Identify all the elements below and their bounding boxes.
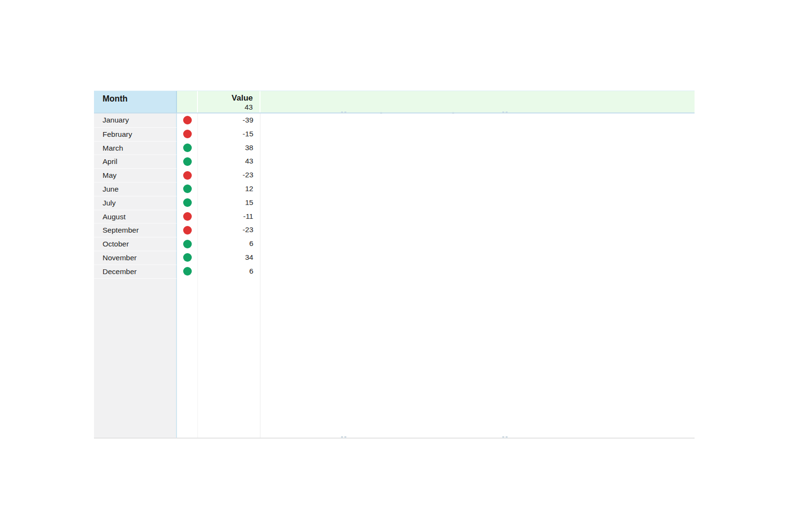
icon-cell (177, 141, 198, 155)
table-row[interactable]: May-23 (94, 168, 695, 182)
icon-cell (177, 251, 198, 265)
table-row[interactable]: February-15 (94, 127, 695, 141)
icon-cell (177, 127, 198, 141)
month-cell: February (94, 127, 177, 141)
value-cell: -23 (198, 168, 260, 182)
value-column-label: Value (198, 93, 253, 103)
value-cell: 15 (198, 196, 260, 210)
column-grip-icon (380, 112, 382, 114)
month-cell: March (94, 141, 177, 155)
icon-cell (177, 237, 198, 251)
column-grip-icon (341, 112, 343, 113)
month-column-header[interactable]: Month (94, 91, 177, 113)
month-cell: September (94, 223, 177, 237)
filler-cell (260, 182, 695, 196)
column-grip-icon (341, 436, 343, 438)
table-visual: Month Value 43 January-39February-15Marc… (94, 91, 695, 439)
month-cell: July (94, 196, 177, 210)
month-cell: April (94, 154, 177, 168)
value-cell: 12 (198, 182, 260, 196)
filler-cell (260, 210, 695, 224)
empty-rows-area (94, 278, 695, 438)
value-cell: -15 (198, 127, 260, 141)
negative-indicator-icon (183, 212, 192, 221)
table-body: January-39February-15March38April43May-2… (94, 113, 695, 438)
month-cell: December (94, 265, 177, 278)
table-row[interactable]: December6 (94, 265, 695, 278)
table-row[interactable]: April43 (94, 154, 695, 168)
value-cell: 6 (198, 237, 260, 251)
icon-cell (177, 210, 198, 224)
month-cell: June (94, 182, 177, 196)
icon-cell (177, 168, 198, 182)
filler-cell (260, 154, 695, 168)
empty-filler-column (260, 278, 695, 438)
filler-cell (260, 127, 695, 141)
positive-indicator-icon (183, 267, 192, 276)
table-row[interactable]: July15 (94, 196, 695, 210)
empty-icon-column (177, 278, 198, 438)
icon-cell (177, 154, 198, 168)
header-filler (260, 91, 695, 113)
filler-cell (260, 168, 695, 182)
month-cell: August (94, 210, 177, 224)
value-total: 43 (198, 103, 253, 112)
icon-cell (177, 196, 198, 210)
negative-indicator-icon (183, 116, 192, 124)
table-row[interactable]: January-39 (94, 113, 695, 127)
icon-cell (177, 223, 198, 237)
positive-indicator-icon (183, 157, 192, 166)
filler-cell (260, 223, 695, 237)
value-header-band: Value 43 (177, 91, 695, 113)
positive-indicator-icon (183, 240, 192, 248)
month-cell: November (94, 251, 177, 265)
value-cell: -23 (198, 223, 260, 237)
filler-cell (260, 237, 695, 251)
value-cell: -11 (198, 210, 260, 224)
negative-indicator-icon (183, 171, 192, 180)
value-cell: -39 (198, 113, 260, 127)
icon-cell (177, 265, 198, 278)
table-row[interactable]: November34 (94, 251, 695, 265)
value-cell: 38 (198, 141, 260, 155)
positive-indicator-icon (183, 198, 192, 207)
filler-cell (260, 251, 695, 265)
column-grip-icon (502, 112, 504, 113)
filler-cell (260, 265, 695, 278)
table-row[interactable]: March38 (94, 141, 695, 155)
table-row[interactable]: June12 (94, 182, 695, 196)
positive-indicator-icon (183, 143, 192, 152)
empty-value-column (198, 278, 260, 438)
icon-cell (177, 182, 198, 196)
negative-indicator-icon (183, 226, 192, 235)
table-row[interactable]: September-23 (94, 223, 695, 237)
value-cell: 43 (198, 154, 260, 168)
filler-cell (260, 196, 695, 210)
filler-cell (260, 141, 695, 155)
icon-cell (177, 113, 198, 127)
header-row: Month Value 43 (94, 91, 695, 113)
column-grip-icon (452, 112, 454, 114)
value-column-header[interactable]: Value 43 (198, 91, 260, 113)
value-cell: 6 (198, 265, 260, 278)
month-cell: May (94, 168, 177, 182)
report-canvas: Month Value 43 January-39February-15Marc… (0, 0, 789, 532)
positive-indicator-icon (183, 184, 192, 193)
column-grip-icon (502, 436, 504, 438)
negative-indicator-icon (183, 130, 192, 138)
positive-indicator-icon (183, 253, 192, 262)
month-cell: October (94, 237, 177, 251)
month-cell: January (94, 113, 177, 127)
filler-cell (260, 113, 695, 127)
value-cell: 34 (198, 251, 260, 265)
icon-column-header (177, 91, 198, 113)
table-row[interactable]: August-11 (94, 210, 695, 224)
table-row[interactable]: October6 (94, 237, 695, 251)
empty-month-column (94, 278, 177, 438)
